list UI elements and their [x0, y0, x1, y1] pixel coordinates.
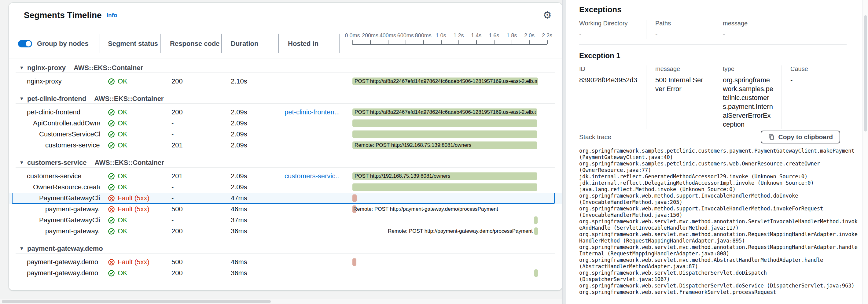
- group-rows: pet-clinic-frontendOK2002.09spet-clinic-…: [9, 104, 562, 153]
- group-header[interactable]: ▼pet-clinic-frontendAWS::EKS::Container: [9, 89, 562, 103]
- hosted-in-link[interactable]: pet-clinic-fronten...: [284, 108, 339, 116]
- group-name: nginx-proxy: [27, 64, 66, 72]
- segment-status-cell: OK: [100, 119, 160, 127]
- ruler-tick-label: 1.8s: [506, 32, 517, 39]
- ruler-baseline: [352, 44, 547, 44]
- stack-frame: jdk.internal.reflect.DelegatingMethodAcc…: [579, 180, 858, 186]
- duration-cell: 2.10s: [221, 78, 278, 85]
- info-link[interactable]: Info: [107, 12, 117, 19]
- stack-frame: org.springframework.web.servlet.mvc.meth…: [579, 257, 858, 270]
- column-separator: [100, 34, 100, 53]
- ok-status-icon: [108, 78, 115, 85]
- collapse-triangle-icon: ▼: [19, 65, 27, 71]
- timeline-bar[interactable]: [534, 216, 537, 224]
- copy-to-clipboard-button[interactable]: Copy to clipboard: [761, 130, 840, 144]
- segment-status-cell: Fault (5xx): [100, 205, 160, 213]
- duration-cell: 47ms: [221, 194, 278, 202]
- ruler-tick-label: 0.0ms: [345, 32, 360, 39]
- gear-icon[interactable]: ⚙: [543, 10, 552, 20]
- status-label: OK: [118, 78, 127, 85]
- status-label: OK: [118, 108, 127, 116]
- group-type: AWS::EKS::Container: [74, 64, 143, 72]
- timeline-cell: POST http://af8a22467efd14a978624fc6aaeb…: [339, 107, 562, 118]
- stack-frame: org.springframework.web.method.support.I…: [579, 193, 858, 206]
- segment-row[interactable]: CustomersServiceCli...OK-2.09s: [9, 129, 562, 140]
- column-separator: [160, 34, 161, 53]
- segment-row[interactable]: nginx-proxyOK2002.10sPOST http://af8a224…: [9, 76, 562, 87]
- status-label: Fault (5xx): [118, 194, 150, 202]
- field-label: Working Directory: [579, 20, 639, 27]
- stack-frame: org.springframework.web.servlet.mvc.meth…: [579, 244, 858, 257]
- timeline-cell: [339, 268, 562, 279]
- status-label: OK: [118, 216, 127, 224]
- ruler-tick-label: 1.4s: [471, 32, 482, 39]
- field-column: Working Directory-: [579, 20, 646, 39]
- group-by-nodes-toggle[interactable]: [18, 40, 32, 48]
- timeline-bar[interactable]: [352, 130, 537, 138]
- segment-status-cell: OK: [100, 183, 160, 191]
- group-header[interactable]: ▼nginx-proxyAWS::EKS::Container: [9, 58, 562, 72]
- ok-status-icon: [108, 173, 115, 180]
- timeline-bar[interactable]: [352, 194, 357, 202]
- hosted-in-link[interactable]: customers-servic...: [284, 172, 339, 180]
- segment-row[interactable]: PaymentGatewayCli...OK-37ms: [9, 215, 562, 226]
- stack-frame: org.springframework.web.servlet.Dispatch…: [579, 282, 858, 289]
- collapse-triangle-icon: ▼: [19, 246, 27, 251]
- vertical-scrollbar[interactable]: [863, 0, 868, 304]
- timeline-bar[interactable]: [534, 269, 538, 277]
- timeline-cell: Remote: POST http://payment-gateway.demo…: [339, 226, 562, 237]
- field-label: message: [723, 20, 780, 27]
- segment-status-cell: Fault (5xx): [100, 258, 160, 266]
- segment-row[interactable]: ApiController.addOwnerOK-2.09s: [9, 118, 562, 129]
- group-header[interactable]: ▼customers-serviceAWS::EKS::Container: [9, 153, 562, 167]
- segment-row[interactable]: pet-clinic-frontendOK2002.09spet-clinic-…: [9, 107, 562, 118]
- segments-timeline-panel: Segments Timeline Info ⚙ Group by nodes …: [8, 2, 562, 291]
- exceptions-summary-grid: Working Directory-Paths-message-: [579, 20, 868, 39]
- segment-row[interactable]: payment-gateway....Fault (5xx)50046msRem…: [9, 204, 562, 215]
- timeline-bar[interactable]: [352, 259, 356, 266]
- timeline-cell: POST http://af8a22467efd14a978624fc6aaeb…: [339, 76, 562, 87]
- response-code-cell: -: [160, 216, 221, 224]
- status-label: OK: [118, 130, 127, 138]
- segment-row[interactable]: OwnerResource.create...OK-2.09s: [9, 182, 562, 193]
- table-toolbar: Group by nodes Segment status Response c…: [9, 28, 562, 58]
- duration-cell: 2.09s: [221, 183, 278, 191]
- field-column: typeorg.springframework.samples.petclini…: [714, 65, 781, 129]
- stack-frame: org.springframework.web.servlet.Dispatch…: [579, 270, 858, 282]
- column-separator: [221, 34, 222, 53]
- timeline-cell: POST http://192.168.75.139:8081/owners: [339, 171, 562, 182]
- segment-row[interactable]: payment-gateway.demoOK20036ms: [9, 268, 562, 279]
- horizontal-scrollbar-thumb[interactable]: [2, 300, 271, 303]
- field-label: type: [723, 65, 774, 72]
- timeline-ruler: 0.0ms200ms400ms600ms800ms1.0s1.2s1.4s1.6…: [339, 32, 562, 54]
- split-panel-divider: [562, 0, 566, 304]
- timeline-bar[interactable]: [352, 120, 537, 127]
- ruler-tick-label: 2.0s: [524, 32, 534, 39]
- group-header[interactable]: ▼payment-gateway.demo: [9, 239, 562, 253]
- timeline-bar[interactable]: [534, 227, 538, 235]
- response-code-cell: 200: [160, 269, 221, 277]
- response-code-cell: 201: [160, 172, 221, 180]
- ok-status-icon: [108, 131, 115, 138]
- segment-row[interactable]: payment-gateway....OK20036msRemote: POST…: [9, 226, 562, 237]
- segment-row[interactable]: payment-gateway.demoFault (5xx)50046ms: [9, 256, 562, 268]
- group-name: pet-clinic-frontend: [27, 95, 86, 103]
- segment-row[interactable]: customers-serviceOK2012.09sRemote: POST …: [9, 140, 562, 151]
- segment-row[interactable]: PaymentGatewayCli...Fault (5xx)-47ms: [9, 193, 562, 204]
- horizontal-scrollbar[interactable]: [0, 299, 562, 304]
- vertical-scrollbar-thumb[interactable]: [864, 15, 867, 131]
- duration-cell: 46ms: [221, 258, 278, 266]
- segment-row[interactable]: customers-serviceOK2012.09scustomers-ser…: [9, 171, 562, 182]
- status-label: OK: [118, 269, 127, 277]
- status-label: OK: [118, 227, 127, 235]
- copy-icon: [768, 134, 775, 141]
- group-rows: nginx-proxyOK2002.10sPOST http://af8a224…: [9, 73, 562, 89]
- field-value: -: [655, 30, 706, 39]
- timeline-bar-label: POST http://af8a22467efd14a978624fc6aaeb…: [354, 109, 536, 115]
- ok-status-icon: [108, 228, 115, 235]
- timeline-bar-label: Remote: POST http://payment-gateway.demo…: [353, 206, 498, 212]
- stack-frame: jdk.internal.reflect.GeneratedMethodAcce…: [579, 174, 858, 180]
- timeline-bar[interactable]: [352, 183, 537, 191]
- timeline-cell: [339, 118, 562, 129]
- segment-name: payment-gateway.demo: [9, 269, 100, 277]
